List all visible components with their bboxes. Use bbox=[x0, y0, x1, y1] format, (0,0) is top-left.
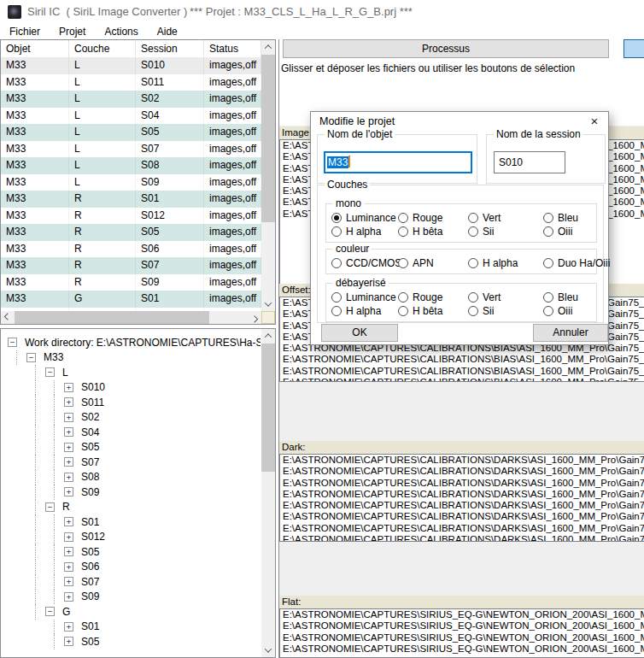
scroll-up-icon[interactable] bbox=[261, 40, 275, 54]
file-path-item[interactable]: E:\ASTRONOMIE\CAPTURES\CALIBRATIONS\DARK… bbox=[280, 466, 644, 477]
radio-sii[interactable]: Sii bbox=[468, 226, 543, 238]
radio-h-b-ta[interactable]: H bêta bbox=[398, 305, 468, 317]
expand-icon[interactable]: + bbox=[64, 427, 73, 437]
scroll-down-icon[interactable] bbox=[261, 297, 275, 311]
radio-bleu[interactable]: Bleu bbox=[543, 212, 596, 224]
tree-label[interactable]: S05 bbox=[79, 636, 101, 648]
table-row[interactable]: M33LS08images,off bbox=[1, 157, 261, 174]
menu-item-aide[interactable]: Aide bbox=[148, 24, 187, 39]
tree-label[interactable]: S06 bbox=[79, 561, 101, 573]
radio-vert[interactable]: Vert bbox=[468, 212, 543, 224]
column-header-session[interactable]: Session bbox=[136, 40, 204, 57]
tree-label[interactable]: S010 bbox=[79, 381, 107, 393]
tree-label[interactable]: S05 bbox=[79, 546, 101, 558]
object-name-input[interactable]: M33 bbox=[324, 151, 472, 173]
scroll-left-icon[interactable] bbox=[1, 311, 15, 324]
table-horizontal-scrollbar[interactable] bbox=[1, 311, 261, 324]
expand-icon[interactable]: + bbox=[64, 457, 73, 467]
collapse-icon[interactable]: − bbox=[45, 502, 55, 512]
scrollbar-thumb[interactable] bbox=[261, 55, 275, 222]
column-header-status[interactable]: Status bbox=[204, 40, 261, 57]
menu-item-projet[interactable]: Projet bbox=[50, 24, 95, 39]
radio-duo-ha-oiii[interactable]: Duo Ha/Oiii bbox=[543, 257, 610, 269]
table-row[interactable]: M33RS012images,off bbox=[1, 208, 261, 225]
expand-icon[interactable]: + bbox=[64, 547, 73, 556]
radio-ccd-cmos[interactable]: CCD/CMOS bbox=[331, 257, 398, 269]
expand-icon[interactable]: + bbox=[64, 577, 73, 586]
file-path-item[interactable]: E:\ASTRONOMIE\CAPTURES\CALIBRATIONS\BIAS… bbox=[280, 354, 644, 365]
processus-button[interactable]: Processus bbox=[283, 39, 609, 58]
tree-label[interactable]: M33 bbox=[42, 351, 65, 363]
tree-label[interactable]: S09 bbox=[79, 486, 101, 498]
tree-label[interactable]: S04 bbox=[79, 426, 101, 438]
tree-label[interactable]: S09 bbox=[79, 590, 101, 602]
tree-label[interactable]: G bbox=[61, 606, 72, 618]
tree-label[interactable]: S07 bbox=[79, 576, 101, 588]
file-path-item[interactable]: E:\ASTRONOMIE\CAPTURES\CALIBRATIONS\DARK… bbox=[280, 489, 644, 500]
expand-icon[interactable]: + bbox=[64, 397, 73, 407]
file-path-item[interactable]: E:\ASTRONOMIE\CAPTURES\SIRIUS_EQ-G\NEWTO… bbox=[280, 632, 644, 643]
file-path-item[interactable]: E:\ASTRONOMIE\CAPTURES\CALIBRATIONS\DARK… bbox=[280, 500, 644, 511]
secondary-tab-button[interactable] bbox=[624, 39, 644, 58]
tree-label[interactable]: S08 bbox=[79, 471, 101, 483]
collapse-icon[interactable]: − bbox=[45, 607, 55, 616]
expand-icon[interactable]: + bbox=[64, 592, 73, 602]
expand-icon[interactable]: + bbox=[64, 473, 73, 482]
cancel-button[interactable]: Annuler bbox=[533, 324, 608, 342]
table-row[interactable]: M33LS04images,off bbox=[1, 108, 261, 125]
radio-h-alpha[interactable]: H alpha bbox=[468, 257, 543, 269]
table-vertical-scrollbar[interactable] bbox=[261, 40, 275, 311]
expand-icon[interactable]: + bbox=[64, 517, 73, 526]
file-path-item[interactable]: E:\ASTRONOMIE\CAPTURES\CALIBRATIONS\DARK… bbox=[280, 534, 644, 542]
expand-icon[interactable]: + bbox=[64, 532, 73, 542]
collapse-icon[interactable]: − bbox=[45, 367, 55, 377]
table-row[interactable]: M33LS010images,off bbox=[1, 57, 261, 74]
scroll-down-icon[interactable] bbox=[261, 643, 275, 657]
radio-luminance[interactable]: Luminance bbox=[331, 291, 398, 303]
close-icon[interactable]: × bbox=[581, 112, 608, 132]
radio-h-alpha[interactable]: H alpha bbox=[331, 305, 398, 317]
table-row[interactable]: M33LS07images,off bbox=[1, 141, 261, 158]
scroll-up-icon[interactable] bbox=[261, 329, 275, 343]
file-path-item[interactable]: E:\ASTRONOMIE\CAPTURES\CALIBRATIONS\BIAS… bbox=[280, 366, 644, 377]
table-row[interactable]: M33RS05images,off bbox=[1, 224, 261, 241]
expand-icon[interactable]: + bbox=[64, 383, 73, 392]
table-row[interactable]: M33GS01images,off bbox=[1, 291, 261, 308]
table-row[interactable]: M33RS07images,off bbox=[1, 257, 261, 274]
table-row[interactable]: M33RS06images,off bbox=[1, 241, 261, 258]
radio-h-alpha[interactable]: H alpha bbox=[331, 226, 398, 238]
table-row[interactable]: M33LS011images,off bbox=[1, 74, 261, 91]
radio-h-b-ta[interactable]: H bêta bbox=[398, 226, 468, 238]
table-row[interactable]: M33RS09images,off bbox=[1, 274, 261, 291]
scroll-right-icon[interactable] bbox=[248, 311, 261, 324]
radio-rouge[interactable]: Rouge bbox=[398, 291, 468, 303]
tree-label[interactable]: S07 bbox=[79, 456, 101, 468]
file-path-item[interactable]: E:\ASTRONOMIE\CAPTURES\CALIBRATIONS\DARK… bbox=[280, 478, 644, 489]
radio-apn[interactable]: APN bbox=[398, 257, 468, 269]
file-path-item[interactable]: E:\ASTRONOMIE\CAPTURES\CALIBRATIONS\BIAS… bbox=[280, 377, 644, 382]
table-row[interactable]: M33LS09images,off bbox=[1, 174, 261, 191]
scrollbar-thumb[interactable] bbox=[261, 344, 275, 472]
tree-label[interactable]: S02 bbox=[79, 411, 101, 423]
expand-icon[interactable]: + bbox=[64, 413, 73, 422]
tree-label[interactable]: S01 bbox=[79, 620, 101, 632]
column-header-couche[interactable]: Couche bbox=[69, 40, 136, 57]
tree-label[interactable]: S011 bbox=[79, 397, 106, 408]
menu-item-actions[interactable]: Actions bbox=[95, 24, 147, 39]
ok-button[interactable]: OK bbox=[321, 324, 398, 342]
radio-sii[interactable]: Sii bbox=[468, 305, 543, 317]
file-path-item[interactable]: E:\ASTRONOMIE\CAPTURES\SIRIUS_EQ-G\NEWTO… bbox=[280, 609, 644, 620]
file-path-item[interactable]: E:\ASTRONOMIE\CAPTURES\CALIBRATIONS\DARK… bbox=[280, 511, 644, 522]
table-row[interactable]: M33LS05images,off bbox=[1, 124, 261, 141]
radio-oiii[interactable]: Oiii bbox=[543, 226, 596, 238]
radio-luminance[interactable]: Luminance bbox=[331, 212, 398, 224]
tree-label[interactable]: S012 bbox=[79, 531, 107, 543]
file-path-item[interactable]: E:\ASTRONOMIE\CAPTURES\CALIBRATIONS\DARK… bbox=[280, 455, 644, 466]
tree-label[interactable]: R bbox=[61, 501, 72, 513]
tree-label[interactable]: S01 bbox=[79, 516, 101, 528]
menu-item-fichier[interactable]: Fichier bbox=[0, 24, 50, 39]
collapse-icon[interactable]: − bbox=[26, 353, 36, 362]
file-path-item[interactable]: E:\ASTRONOMIE\CAPTURES\SIRIUS_EQ-G\NEWTO… bbox=[280, 643, 644, 655]
scrollbar-thumb[interactable] bbox=[15, 311, 209, 324]
expand-icon[interactable]: + bbox=[64, 562, 73, 572]
